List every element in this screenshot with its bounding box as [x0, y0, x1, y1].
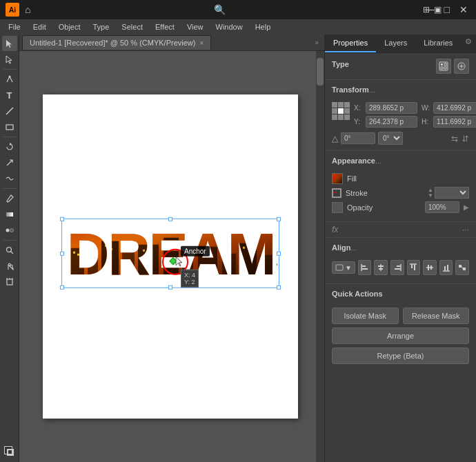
isolate-mask-btn[interactable]: Isolate Mask — [332, 308, 399, 324]
align-extra-btn[interactable] — [455, 260, 469, 275]
home-icon[interactable]: ⌂ — [25, 4, 30, 15]
appearance-section: Appearance ··· Fill Stroke ▲ — [325, 151, 476, 222]
appearance-dots[interactable]: ··· — [375, 159, 381, 167]
retype-btn[interactable]: Retype (Beta) — [332, 348, 469, 364]
menu-select[interactable]: Select — [116, 21, 148, 32]
document-tab[interactable]: Untitled-1 [Recovered]* @ 50 % (CMYK/Pre… — [22, 35, 211, 50]
transform-dots[interactable]: ··· — [369, 88, 375, 96]
y-input[interactable] — [366, 116, 417, 128]
align-right-btn[interactable] — [390, 260, 404, 275]
h-input[interactable] — [433, 116, 476, 128]
appearance-title: Appearance — [332, 157, 375, 165]
search-icon[interactable]: 🔍 — [214, 4, 226, 15]
direct-select-tool[interactable] — [2, 52, 17, 67]
select-tool[interactable] — [2, 36, 17, 51]
type-tool[interactable]: T — [2, 88, 17, 103]
align-center-v-btn[interactable] — [423, 260, 437, 275]
fill-stroke-indicator[interactable] — [2, 444, 17, 459]
blend-tool[interactable] — [2, 223, 17, 238]
menu-object[interactable]: Object — [53, 21, 86, 32]
title-bar: Ai ⌂ 🔍 ⊞ ▣ ─ □ ✕ — [0, 0, 476, 19]
type-section-title: Type — [332, 60, 349, 68]
line-tool[interactable] — [2, 103, 17, 119]
pen-tool[interactable] — [2, 72, 17, 87]
flip-v-icon[interactable]: ⇆ — [461, 135, 470, 142]
maximize-btn[interactable]: □ — [442, 4, 453, 15]
stroke-swatch[interactable] — [332, 188, 341, 198]
panel-settings-icon[interactable]: ⚙ — [461, 34, 476, 52]
grid-icon[interactable]: ⊞ — [423, 5, 430, 14]
svg-rect-51 — [379, 268, 383, 270]
svg-rect-2 — [6, 125, 13, 130]
reference-point-grid[interactable] — [332, 102, 350, 121]
scroll-thumb[interactable] — [317, 58, 324, 86]
tab-close-btn[interactable]: × — [199, 39, 204, 47]
menu-window[interactable]: Window — [210, 21, 248, 32]
fill-swatch[interactable] — [332, 173, 343, 184]
arrange-btn[interactable]: Arrange — [332, 328, 469, 344]
gradient-tool[interactable] — [2, 207, 17, 222]
stroke-swatch-group — [332, 188, 341, 198]
angle-dropdown[interactable]: 0° — [378, 132, 403, 145]
type-icon-btn[interactable] — [436, 59, 451, 74]
canvas-area: Untitled-1 [Recovered]* @ 50 % (CMYK/Pre… — [19, 34, 324, 462]
x-input[interactable] — [366, 102, 417, 114]
canvas-content[interactable]: DREAMS — [26, 58, 315, 455]
svg-rect-62 — [444, 266, 446, 270]
vertical-scrollbar[interactable] — [316, 51, 324, 462]
zoom-tool[interactable] — [2, 243, 17, 258]
opacity-arrow[interactable]: ▶ — [464, 203, 469, 211]
flip-h-icon[interactable]: ⇆ — [451, 134, 458, 143]
svg-rect-48 — [362, 268, 368, 270]
align-center-h-btn[interactable] — [374, 260, 388, 275]
align-left-btn[interactable] — [358, 260, 372, 275]
type-section: Type — [325, 53, 476, 80]
warp-tool[interactable] — [2, 171, 17, 186]
svg-rect-54 — [395, 268, 400, 270]
svg-rect-8 — [7, 279, 12, 285]
align-bottom-btn[interactable] — [439, 260, 453, 275]
rectangle-tool[interactable] — [2, 119, 17, 134]
tab-properties[interactable]: Properties — [325, 34, 376, 52]
eyedropper-tool[interactable] — [2, 191, 17, 206]
align-dots[interactable]: ··· — [351, 245, 357, 254]
menu-help[interactable]: Help — [250, 21, 277, 32]
title-bar-left: Ai ⌂ — [6, 3, 30, 17]
stroke-color-select[interactable] — [435, 187, 469, 199]
artboard-tool[interactable] — [2, 274, 17, 290]
w-input[interactable] — [433, 102, 476, 114]
type-options-btn[interactable] — [454, 59, 469, 74]
menu-bar: File Edit Object Type Select Effect View… — [0, 19, 476, 34]
opacity-input[interactable] — [425, 201, 459, 213]
svg-point-0 — [8, 76, 10, 78]
align-top-btn[interactable] — [407, 260, 421, 275]
menu-effect[interactable]: Effect — [150, 21, 180, 32]
fx-label[interactable]: fx — [332, 225, 338, 234]
stroke-row: Stroke ▲ ▼ — [332, 187, 469, 199]
tool-separator-3 — [3, 188, 16, 189]
svg-rect-65 — [463, 268, 466, 270]
y-label: Y: — [354, 118, 364, 125]
scale-tool[interactable] — [2, 155, 17, 170]
menu-edit[interactable]: Edit — [28, 21, 52, 32]
angle-input[interactable] — [341, 132, 375, 144]
svg-line-66 — [462, 266, 463, 269]
stroke-arrows[interactable]: ▲ ▼ — [428, 188, 433, 199]
release-mask-btn[interactable]: Release Mask — [403, 308, 470, 324]
menu-file[interactable]: File — [3, 21, 26, 32]
fx-dots[interactable]: ··· — [462, 225, 469, 234]
tab-libraries[interactable]: Libraries — [415, 34, 461, 52]
svg-point-4 — [6, 229, 9, 232]
menu-type[interactable]: Type — [88, 21, 115, 32]
panel-icon[interactable]: ▣ — [434, 5, 442, 14]
align-to-dropdown[interactable]: ▼ — [332, 261, 355, 274]
tab-layers[interactable]: Layers — [376, 34, 415, 52]
svg-rect-64 — [459, 265, 462, 268]
hand-tool[interactable] — [2, 259, 17, 274]
w-label: W: — [422, 104, 431, 112]
menu-view[interactable]: View — [181, 21, 209, 32]
panel-expand-icon[interactable]: » — [315, 39, 324, 46]
close-btn[interactable]: ✕ — [457, 4, 470, 15]
main-layout: T — [0, 34, 476, 462]
rotate-tool[interactable] — [2, 139, 17, 154]
